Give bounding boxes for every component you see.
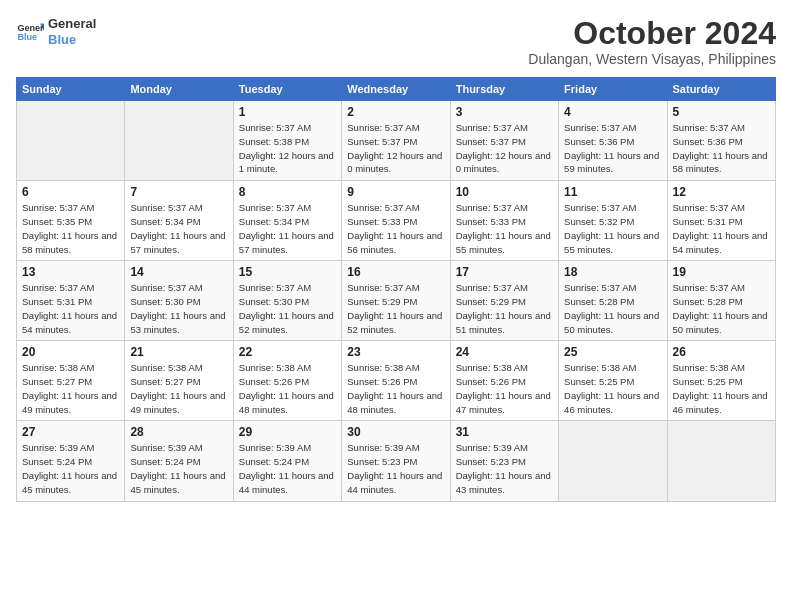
day-info: Sunrise: 5:38 AM Sunset: 5:25 PM Dayligh… (673, 361, 770, 416)
calendar-cell: 10Sunrise: 5:37 AM Sunset: 5:33 PM Dayli… (450, 181, 558, 261)
calendar-cell (559, 421, 667, 501)
day-number: 3 (456, 105, 553, 119)
calendar-body: 1Sunrise: 5:37 AM Sunset: 5:38 PM Daylig… (17, 101, 776, 501)
day-number: 4 (564, 105, 661, 119)
calendar-cell: 30Sunrise: 5:39 AM Sunset: 5:23 PM Dayli… (342, 421, 450, 501)
day-info: Sunrise: 5:38 AM Sunset: 5:25 PM Dayligh… (564, 361, 661, 416)
calendar-cell: 25Sunrise: 5:38 AM Sunset: 5:25 PM Dayli… (559, 341, 667, 421)
day-info: Sunrise: 5:37 AM Sunset: 5:34 PM Dayligh… (130, 201, 227, 256)
calendar-cell: 23Sunrise: 5:38 AM Sunset: 5:26 PM Dayli… (342, 341, 450, 421)
day-number: 27 (22, 425, 119, 439)
svg-text:General: General (17, 22, 44, 32)
logo-text: General Blue (48, 16, 96, 47)
day-info: Sunrise: 5:37 AM Sunset: 5:29 PM Dayligh… (456, 281, 553, 336)
day-number: 19 (673, 265, 770, 279)
calendar-table: SundayMondayTuesdayWednesdayThursdayFrid… (16, 77, 776, 501)
day-number: 23 (347, 345, 444, 359)
calendar-cell: 8Sunrise: 5:37 AM Sunset: 5:34 PM Daylig… (233, 181, 341, 261)
day-info: Sunrise: 5:37 AM Sunset: 5:36 PM Dayligh… (564, 121, 661, 176)
day-number: 6 (22, 185, 119, 199)
calendar-cell: 27Sunrise: 5:39 AM Sunset: 5:24 PM Dayli… (17, 421, 125, 501)
calendar-cell: 6Sunrise: 5:37 AM Sunset: 5:35 PM Daylig… (17, 181, 125, 261)
day-info: Sunrise: 5:37 AM Sunset: 5:30 PM Dayligh… (239, 281, 336, 336)
calendar-cell: 31Sunrise: 5:39 AM Sunset: 5:23 PM Dayli… (450, 421, 558, 501)
calendar-cell: 29Sunrise: 5:39 AM Sunset: 5:24 PM Dayli… (233, 421, 341, 501)
calendar-week-row: 6Sunrise: 5:37 AM Sunset: 5:35 PM Daylig… (17, 181, 776, 261)
weekday-header-sunday: Sunday (17, 78, 125, 101)
logo-icon: General Blue (16, 18, 44, 46)
calendar-cell: 18Sunrise: 5:37 AM Sunset: 5:28 PM Dayli… (559, 261, 667, 341)
month-title: October 2024 (528, 16, 776, 51)
day-number: 22 (239, 345, 336, 359)
day-number: 20 (22, 345, 119, 359)
weekday-header-saturday: Saturday (667, 78, 775, 101)
calendar-cell: 24Sunrise: 5:38 AM Sunset: 5:26 PM Dayli… (450, 341, 558, 421)
day-number: 29 (239, 425, 336, 439)
day-info: Sunrise: 5:37 AM Sunset: 5:30 PM Dayligh… (130, 281, 227, 336)
day-info: Sunrise: 5:37 AM Sunset: 5:37 PM Dayligh… (456, 121, 553, 176)
day-number: 15 (239, 265, 336, 279)
day-number: 1 (239, 105, 336, 119)
day-number: 14 (130, 265, 227, 279)
day-number: 25 (564, 345, 661, 359)
calendar-cell: 14Sunrise: 5:37 AM Sunset: 5:30 PM Dayli… (125, 261, 233, 341)
day-number: 28 (130, 425, 227, 439)
day-number: 2 (347, 105, 444, 119)
day-info: Sunrise: 5:37 AM Sunset: 5:33 PM Dayligh… (347, 201, 444, 256)
svg-text:Blue: Blue (17, 32, 37, 42)
weekday-header-wednesday: Wednesday (342, 78, 450, 101)
calendar-week-row: 1Sunrise: 5:37 AM Sunset: 5:38 PM Daylig… (17, 101, 776, 181)
day-info: Sunrise: 5:37 AM Sunset: 5:31 PM Dayligh… (673, 201, 770, 256)
calendar-cell: 20Sunrise: 5:38 AM Sunset: 5:27 PM Dayli… (17, 341, 125, 421)
day-info: Sunrise: 5:37 AM Sunset: 5:33 PM Dayligh… (456, 201, 553, 256)
day-info: Sunrise: 5:37 AM Sunset: 5:36 PM Dayligh… (673, 121, 770, 176)
day-number: 12 (673, 185, 770, 199)
day-info: Sunrise: 5:39 AM Sunset: 5:24 PM Dayligh… (130, 441, 227, 496)
day-info: Sunrise: 5:37 AM Sunset: 5:35 PM Dayligh… (22, 201, 119, 256)
day-number: 10 (456, 185, 553, 199)
day-info: Sunrise: 5:37 AM Sunset: 5:32 PM Dayligh… (564, 201, 661, 256)
day-info: Sunrise: 5:37 AM Sunset: 5:28 PM Dayligh… (564, 281, 661, 336)
calendar-cell: 3Sunrise: 5:37 AM Sunset: 5:37 PM Daylig… (450, 101, 558, 181)
day-info: Sunrise: 5:37 AM Sunset: 5:28 PM Dayligh… (673, 281, 770, 336)
day-number: 21 (130, 345, 227, 359)
day-info: Sunrise: 5:37 AM Sunset: 5:34 PM Dayligh… (239, 201, 336, 256)
calendar-cell: 1Sunrise: 5:37 AM Sunset: 5:38 PM Daylig… (233, 101, 341, 181)
calendar-cell (667, 421, 775, 501)
calendar-cell: 22Sunrise: 5:38 AM Sunset: 5:26 PM Dayli… (233, 341, 341, 421)
day-info: Sunrise: 5:38 AM Sunset: 5:26 PM Dayligh… (456, 361, 553, 416)
calendar-week-row: 27Sunrise: 5:39 AM Sunset: 5:24 PM Dayli… (17, 421, 776, 501)
calendar-cell: 13Sunrise: 5:37 AM Sunset: 5:31 PM Dayli… (17, 261, 125, 341)
weekday-header-friday: Friday (559, 78, 667, 101)
weekday-header-row: SundayMondayTuesdayWednesdayThursdayFrid… (17, 78, 776, 101)
calendar-header: SundayMondayTuesdayWednesdayThursdayFrid… (17, 78, 776, 101)
calendar-cell: 7Sunrise: 5:37 AM Sunset: 5:34 PM Daylig… (125, 181, 233, 261)
day-number: 5 (673, 105, 770, 119)
day-info: Sunrise: 5:37 AM Sunset: 5:31 PM Dayligh… (22, 281, 119, 336)
calendar-cell: 26Sunrise: 5:38 AM Sunset: 5:25 PM Dayli… (667, 341, 775, 421)
calendar-cell: 9Sunrise: 5:37 AM Sunset: 5:33 PM Daylig… (342, 181, 450, 261)
calendar-cell: 12Sunrise: 5:37 AM Sunset: 5:31 PM Dayli… (667, 181, 775, 261)
day-number: 30 (347, 425, 444, 439)
day-info: Sunrise: 5:39 AM Sunset: 5:23 PM Dayligh… (456, 441, 553, 496)
calendar-cell: 28Sunrise: 5:39 AM Sunset: 5:24 PM Dayli… (125, 421, 233, 501)
day-number: 11 (564, 185, 661, 199)
weekday-header-tuesday: Tuesday (233, 78, 341, 101)
day-info: Sunrise: 5:37 AM Sunset: 5:37 PM Dayligh… (347, 121, 444, 176)
day-number: 31 (456, 425, 553, 439)
day-info: Sunrise: 5:38 AM Sunset: 5:26 PM Dayligh… (347, 361, 444, 416)
calendar-cell (125, 101, 233, 181)
title-block: October 2024 Dulangan, Western Visayas, … (528, 16, 776, 67)
day-number: 8 (239, 185, 336, 199)
day-number: 7 (130, 185, 227, 199)
day-number: 26 (673, 345, 770, 359)
weekday-header-monday: Monday (125, 78, 233, 101)
calendar-cell: 16Sunrise: 5:37 AM Sunset: 5:29 PM Dayli… (342, 261, 450, 341)
day-number: 24 (456, 345, 553, 359)
day-info: Sunrise: 5:39 AM Sunset: 5:24 PM Dayligh… (22, 441, 119, 496)
calendar-cell: 4Sunrise: 5:37 AM Sunset: 5:36 PM Daylig… (559, 101, 667, 181)
calendar-cell: 17Sunrise: 5:37 AM Sunset: 5:29 PM Dayli… (450, 261, 558, 341)
calendar-cell (17, 101, 125, 181)
day-number: 17 (456, 265, 553, 279)
day-number: 9 (347, 185, 444, 199)
